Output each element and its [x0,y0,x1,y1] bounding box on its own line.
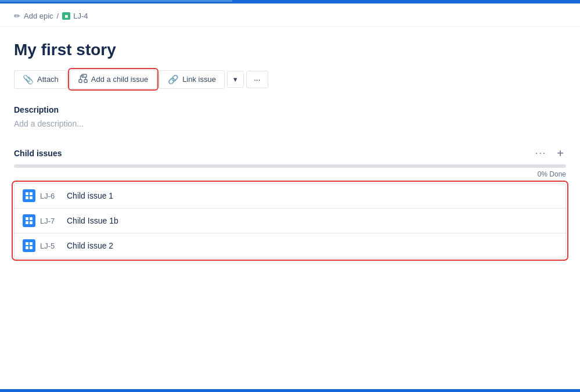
breadcrumb: ✏ Add epic / ■ LJ-4 [0,3,580,27]
issue-key: LJ-5 [40,242,62,250]
issue-title: My first story [14,41,566,59]
child-issue-list: LJ-6 Child issue 1 LJ-7 Child Issue 1b [14,183,566,258]
breadcrumb-add-epic[interactable]: Add epic [24,12,53,20]
description-section: Description Add a description... [14,105,566,128]
issue-type-icon [23,189,35,202]
edit-icon: ✏ [14,12,20,20]
progress-label: 0% Done [14,170,566,178]
attach-icon: 📎 [23,74,34,85]
svg-rect-8 [26,196,28,199]
epic-badge: ■ [62,12,70,20]
svg-rect-7 [30,192,33,195]
attach-label: Attach [37,75,59,84]
svg-rect-14 [26,242,28,245]
child-issues-add-button[interactable]: + [554,148,566,159]
add-child-label: Add a child issue [91,75,148,84]
svg-rect-12 [26,221,28,224]
svg-rect-17 [30,246,33,249]
child-issue-item[interactable]: LJ-7 Child Issue 1b [15,208,565,233]
svg-rect-16 [26,246,28,249]
dropdown-button[interactable]: ▾ [227,71,244,88]
child-issue-icon [78,74,88,85]
issue-type-icon [23,214,35,227]
child-issues-ellipsis-icon: ··· [535,148,546,158]
content-area: My first story 📎 Attach Add a [0,27,580,389]
breadcrumb-issue-key: LJ-4 [73,12,88,20]
description-placeholder[interactable]: Add a description... [14,119,566,128]
breadcrumb-epic[interactable]: ■ LJ-4 [62,12,88,20]
issue-name: Child issue 2 [67,241,113,250]
child-issues-title: Child issues [14,149,62,158]
child-issues-add-icon: + [557,147,564,160]
issue-type-icon [23,239,35,252]
add-child-issue-button[interactable]: Add a child issue [70,70,157,89]
svg-rect-2 [84,80,87,82]
attach-button[interactable]: 📎 Attach [14,70,67,89]
child-issues-more-button[interactable]: ··· [532,147,550,160]
child-issues-actions: ··· + [532,147,566,160]
chevron-down-icon: ▾ [233,75,237,84]
issue-name: Child Issue 1b [67,216,118,225]
child-issues-section: Child issues ··· + 0% Done [14,147,566,258]
issue-name: Child issue 1 [67,191,113,200]
breadcrumb-separator: / [57,12,59,20]
ellipsis-icon: ··· [254,75,261,84]
progress-bar-container [14,164,566,168]
issue-key: LJ-7 [40,217,62,225]
svg-rect-11 [30,217,33,220]
svg-rect-9 [30,196,33,199]
main-container: ✏ Add epic / ■ LJ-4 My first story 📎 Att… [0,3,580,392]
description-label: Description [14,105,566,114]
loading-progress [0,0,232,2]
issue-key: LJ-6 [40,192,62,200]
svg-rect-13 [30,221,33,224]
link-issue-button[interactable]: 🔗 Link issue [159,70,225,89]
svg-rect-6 [26,192,28,195]
svg-rect-1 [79,80,82,82]
svg-rect-10 [26,217,28,220]
child-issues-header: Child issues ··· + [14,147,566,160]
link-issue-label: Link issue [182,75,216,84]
more-options-button[interactable]: ··· [246,71,268,88]
link-icon: 🔗 [168,74,179,85]
action-toolbar: 📎 Attach Add a child issue [14,70,566,89]
child-issue-item[interactable]: LJ-6 Child issue 1 [15,184,565,208]
svg-rect-15 [30,242,33,245]
bottom-blue-bar [0,389,580,392]
child-issue-item[interactable]: LJ-5 Child issue 2 [15,233,565,258]
